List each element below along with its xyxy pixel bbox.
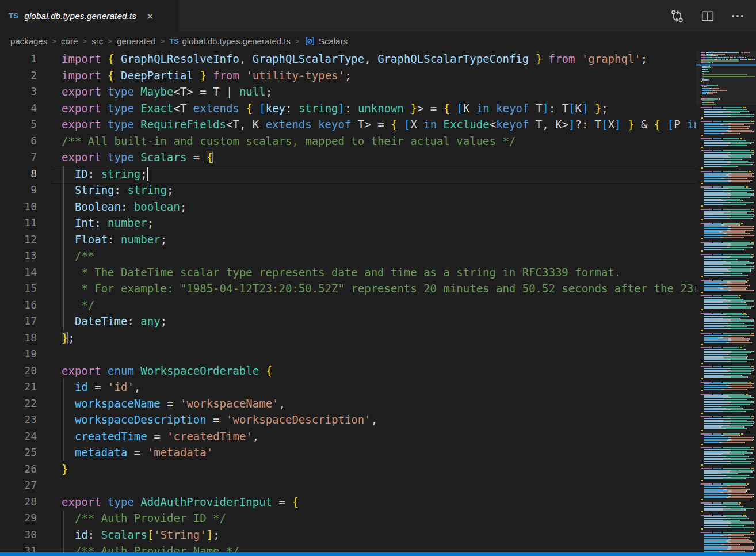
- line-number[interactable]: 14: [0, 264, 37, 281]
- minimap-row: [701, 211, 755, 212]
- minimap-row: [701, 445, 755, 447]
- minimap-row: [701, 278, 755, 279]
- minimap-row: [701, 268, 755, 269]
- minimap-row: [701, 471, 755, 473]
- line-number[interactable]: 23: [0, 412, 37, 428]
- minimap-row: [701, 111, 755, 112]
- code-line: DateTime: any;: [62, 313, 696, 330]
- minimap-row: [701, 511, 755, 512]
- breadcrumb-symbol-scalars[interactable]: Scalars: [304, 36, 348, 47]
- minimap-row: [701, 254, 755, 255]
- minimap-row: [701, 363, 755, 364]
- line-number[interactable]: 4: [0, 100, 37, 117]
- line-number[interactable]: 8: [0, 166, 37, 182]
- line-number[interactable]: 15: [0, 280, 37, 297]
- breadcrumb-label: global.db.types.generated.ts: [182, 36, 291, 46]
- line-number[interactable]: 29: [0, 510, 37, 527]
- text-cursor: [147, 167, 148, 181]
- minimap-row: [701, 143, 755, 144]
- line-number[interactable]: 12: [0, 231, 37, 248]
- minimap-row: [701, 205, 755, 207]
- breadcrumb-core[interactable]: core: [61, 36, 78, 46]
- line-number[interactable]: 7: [0, 149, 37, 166]
- line-number[interactable]: 24: [0, 428, 37, 445]
- line-number[interactable]: 22: [0, 395, 37, 412]
- minimap-row: [701, 316, 755, 317]
- minimap[interactable]: [696, 51, 756, 552]
- minimap-row: [701, 290, 755, 291]
- minimap-row: [701, 76, 755, 77]
- line-number[interactable]: 11: [0, 215, 37, 231]
- breadcrumb-src[interactable]: src: [91, 36, 103, 46]
- minimap-row: [701, 508, 755, 509]
- line-number[interactable]: 30: [0, 527, 37, 543]
- minimap-row: [701, 197, 755, 198]
- split-editor-icon[interactable]: [701, 9, 715, 23]
- code-line: [62, 477, 696, 494]
- minimap-row: [701, 264, 755, 265]
- minimap-row: [701, 116, 755, 117]
- more-actions-icon[interactable]: [731, 9, 744, 23]
- breadcrumb-label: src: [91, 36, 103, 46]
- close-icon[interactable]: ×: [147, 10, 154, 22]
- line-number[interactable]: 3: [0, 83, 37, 100]
- line-number[interactable]: 17: [0, 313, 37, 330]
- line-number[interactable]: 19: [0, 346, 37, 363]
- gutter[interactable]: 1234567891011121314151617181920212223242…: [0, 51, 37, 556]
- line-number[interactable]: 20: [0, 363, 37, 379]
- minimap-row: [701, 297, 755, 298]
- minimap-row: [701, 295, 755, 296]
- minimap-row: [701, 546, 755, 547]
- code-line: metadata = 'metadata': [62, 444, 696, 461]
- minimap-row: [701, 537, 755, 538]
- line-number[interactable]: 18: [0, 330, 37, 346]
- minimap-row: [701, 485, 755, 486]
- breadcrumb-packages[interactable]: packages: [10, 36, 47, 46]
- code-line: createdTime = 'createdTime',: [62, 428, 696, 445]
- minimap-row: [701, 294, 755, 295]
- chevron-right-icon: >: [82, 37, 87, 45]
- minimap-row: [701, 542, 755, 543]
- line-number[interactable]: 21: [0, 379, 37, 395]
- minimap-row: [701, 107, 755, 108]
- minimap-row: [701, 430, 755, 431]
- minimap-row: [701, 371, 755, 372]
- minimap-row: [701, 333, 755, 334]
- minimap-row: [701, 86, 755, 87]
- line-number[interactable]: 1: [0, 51, 37, 67]
- compare-changes-icon[interactable]: [670, 9, 685, 24]
- code-line: id: Scalars['String'];: [62, 527, 696, 543]
- line-number[interactable]: 26: [0, 461, 37, 478]
- line-number[interactable]: 27: [0, 477, 37, 494]
- line-number[interactable]: 2: [0, 67, 37, 84]
- minimap-row: [701, 147, 755, 148]
- minimap-row: [701, 95, 755, 96]
- minimap-row: [701, 69, 755, 70]
- minimap-row: [701, 356, 755, 357]
- line-number[interactable]: 10: [0, 199, 37, 215]
- minimap-row: [701, 178, 755, 179]
- breadcrumb-generated[interactable]: generated: [117, 36, 156, 46]
- minimap-row: [701, 497, 755, 498]
- minimap-row: [701, 266, 755, 267]
- line-number[interactable]: 5: [0, 116, 37, 133]
- breadcrumb-file[interactable]: TS global.db.types.generated.ts: [170, 36, 291, 46]
- minimap-row: [701, 171, 755, 172]
- line-number[interactable]: 13: [0, 247, 37, 264]
- minimap-row: [701, 243, 755, 245]
- line-number[interactable]: 28: [0, 494, 37, 511]
- line-number[interactable]: 9: [0, 182, 37, 199]
- minimap-row: [701, 458, 755, 459]
- line-number[interactable]: 6: [0, 133, 37, 150]
- minimap-row: [701, 425, 755, 426]
- code-line: }: [62, 461, 696, 478]
- minimap-row: [701, 387, 755, 388]
- code-lines[interactable]: import { GraphQLResolveInfo, GraphQLScal…: [62, 51, 696, 556]
- tab-global-db-types-generated[interactable]: TS global.db.types.generated.ts ×: [0, 0, 178, 32]
- minimap-row: [701, 287, 755, 288]
- line-number[interactable]: 16: [0, 297, 37, 314]
- minimap-row: [701, 494, 755, 495]
- line-number[interactable]: 25: [0, 444, 37, 461]
- code-editor[interactable]: 1234567891011121314151617181920212223242…: [0, 51, 696, 556]
- minimap-row: [701, 67, 755, 68]
